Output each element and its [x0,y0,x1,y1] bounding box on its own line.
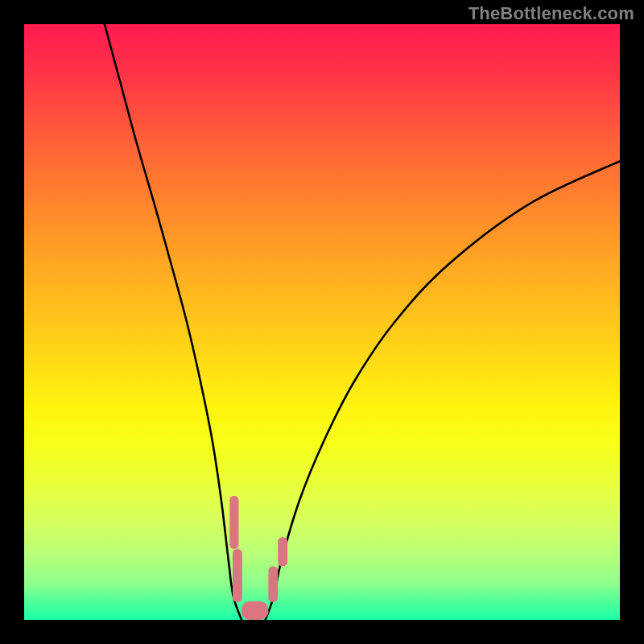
plot-area [24,24,620,620]
marker-block-left-lower [233,549,242,602]
watermark-text: TheBottleneck.com [469,3,634,24]
curve-left-curve [105,24,242,620]
marker-block-right-upper [278,537,287,566]
marker-block-right-lower [268,566,278,601]
marker-block-left-upper [229,496,238,549]
curve-right-curve [266,161,620,620]
chart-container: TheBottleneck.com [0,0,644,644]
marker-block-bottom [242,601,268,620]
curve-layer [24,24,620,620]
